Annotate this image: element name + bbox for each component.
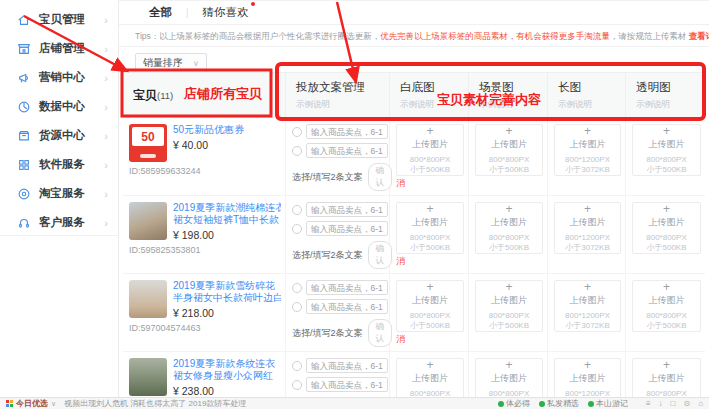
sidebar-item-data-center[interactable]: 数据中心 ›	[0, 92, 118, 121]
upload-box[interactable]: + 上传图片 800*800PX 小于500KB	[475, 124, 543, 176]
taskbar-quick-item[interactable]: 体必得	[498, 398, 530, 409]
selling-point-input[interactable]	[306, 143, 388, 158]
copywriting-cell: 选择/填写2条文案 确认 取消	[286, 196, 390, 273]
copy-hint: 选择/填写2条文案	[292, 327, 363, 340]
selling-point-input[interactable]	[306, 280, 388, 295]
main-content: 全部 | 猜你喜欢 Tips：以上场景标签的商品会根据用户个性化需求进行圈选更新…	[118, 0, 709, 397]
view-details-link[interactable]: 查看详情>	[689, 31, 709, 41]
selling-point-input[interactable]	[306, 202, 388, 217]
taskbar-grid-icon[interactable]	[6, 400, 13, 407]
checkbox[interactable]	[292, 361, 302, 371]
sidebar-item-customer-service[interactable]: 客户服务 ›	[0, 208, 118, 237]
sidebar-item-taobao-service[interactable]: 淘宝服务 ›	[0, 179, 118, 208]
product-title-link[interactable]: 50元新品优惠券	[173, 124, 244, 136]
checkbox[interactable]	[292, 283, 302, 293]
header-copywriting: 投放文案管理 示例说明	[286, 73, 390, 117]
example-link[interactable]: 示例说明	[479, 99, 547, 111]
sort-select[interactable]: 销量排序 ∨	[135, 53, 207, 73]
taskbar-menu[interactable]: 今日优选	[16, 398, 48, 409]
checkbox[interactable]	[292, 146, 302, 156]
tab-all[interactable]: 全部	[149, 5, 172, 20]
clock-icon[interactable]: ⊙	[683, 399, 690, 408]
window-icon[interactable]: □	[671, 399, 676, 408]
product-title-link[interactable]: 2019夏季新款条纹连衣裙女修身显瘦小众网红	[173, 358, 275, 382]
selling-point-input[interactable]	[306, 358, 388, 373]
upload-box[interactable]: + 上传图片 800*800PX 小于500KB	[475, 202, 543, 254]
tab-divider: |	[186, 7, 189, 18]
upload-box[interactable]: + 上传图片 800*800PX 小于500KB	[396, 124, 464, 176]
checkbox[interactable]	[292, 224, 302, 234]
selling-point-input[interactable]	[306, 299, 388, 314]
sidebar-item-software-service[interactable]: 软件服务 ›	[0, 150, 118, 179]
product-price: ¥ 40.00	[173, 139, 244, 151]
long-upload-cell: + 上传图片 800*1200PX 小于3072KB	[548, 196, 626, 273]
selling-point-input[interactable]	[306, 377, 388, 392]
checkbox[interactable]	[292, 127, 302, 137]
table-header: 宝贝(11) 投放文案管理 示例说明 白底图 示例说明 场景图 示例说明 长图 …	[123, 72, 705, 118]
checkbox[interactable]	[292, 302, 302, 312]
header-scene-image: 场景图 示例说明	[469, 73, 548, 117]
sidebar-item-marketing-center[interactable]: 营销中心 ›	[0, 63, 118, 92]
table-row: 2019夏季新款雪纺碎花半身裙女中长款荷叶边白 ¥ 218.00 ID:5970…	[123, 274, 705, 352]
menu-icon[interactable]: ≡	[646, 399, 651, 408]
upload-box[interactable]: + 上传图片 800*800PX 小于500KB	[396, 280, 464, 332]
sidebar-item-supply-center[interactable]: 货源中心 ›	[0, 121, 118, 150]
tips-highlight: 优先完善以上场景标签的商品素材，有机会获得更多手淘流量	[380, 31, 610, 41]
upload-box[interactable]: + 上传图片 800*1200PX 小于3072KB	[554, 124, 621, 176]
scene-upload-cell: + 上传图片 800*800PX 小于500KB	[469, 196, 548, 273]
home-icon[interactable]: ⌂	[698, 399, 703, 408]
checkbox[interactable]	[292, 380, 302, 390]
product-cell: 50 50元新品优惠券 ¥ 40.00 ID:585959633244	[123, 118, 286, 195]
chevron-right-icon: ›	[104, 72, 108, 84]
confirm-button[interactable]: 确认	[368, 241, 393, 269]
upload-box[interactable]: + 上传图片 800*800PX 小于500KB	[632, 124, 701, 176]
notification-dot	[251, 2, 255, 6]
product-thumbnail[interactable]	[129, 358, 167, 396]
header-transparent-image: 透明图 示例说明	[626, 73, 705, 117]
megaphone-icon	[17, 71, 31, 85]
upload-box[interactable]: + 上传图片 800*800PX 小于500KB	[475, 280, 543, 332]
plus-icon: +	[584, 126, 591, 137]
upload-box[interactable]: + 上传图片 800*800PX 小于500KB	[632, 280, 701, 332]
sidebar: 宝贝管理 › 店铺管理 › 营销中心 › 数据中心 › 货源中心 ›	[0, 0, 118, 236]
tab-guess-you-like[interactable]: 猜你喜欢	[203, 5, 249, 20]
example-link[interactable]: 示例说明	[296, 99, 389, 111]
taskbar-quick-item[interactable]: 私发精选	[539, 398, 579, 409]
upload-box[interactable]: + 上传图片 800*1200PX 小于3072KB	[554, 280, 621, 332]
taskbar-quick-item[interactable]: 本山游记	[588, 398, 628, 409]
plus-icon: +	[505, 126, 512, 137]
product-price: ¥ 198.00	[173, 229, 281, 241]
selling-point-input[interactable]	[306, 221, 388, 236]
product-thumbnail[interactable]: 50	[129, 124, 167, 162]
product-thumbnail[interactable]	[129, 280, 167, 318]
example-link[interactable]: 示例说明	[636, 99, 705, 111]
download-icon[interactable]: ↓	[659, 399, 663, 408]
chevron-right-icon: ›	[104, 14, 108, 26]
checkbox[interactable]	[292, 205, 302, 215]
example-link[interactable]: 示例说明	[400, 99, 468, 111]
upload-box[interactable]: + 上传图片 800*800PX 小于500KB	[396, 202, 464, 254]
chevron-right-icon: ›	[104, 159, 108, 171]
plus-icon: +	[663, 204, 670, 215]
header-white-bg-image: 白底图 示例说明	[390, 73, 469, 117]
news-ticker[interactable]: 视频出现刘人危机 消耗也得太高了 2019款轿车处理	[64, 398, 481, 409]
product-thumbnail[interactable]	[129, 202, 167, 240]
product-title-link[interactable]: 2019夏季新款潮纯棉连衣裙女短袖短裤T恤中长款	[173, 202, 281, 226]
tab-bar: 全部 | 猜你喜欢	[119, 0, 709, 25]
selling-point-input[interactable]	[306, 124, 388, 139]
supply-icon	[17, 129, 31, 143]
chevron-right-icon: ›	[104, 188, 108, 200]
upload-box[interactable]: + 上传图片 800*1200PX 小于3072KB	[554, 202, 621, 254]
confirm-button[interactable]: 确认	[368, 319, 393, 347]
example-link[interactable]: 示例说明	[558, 99, 625, 111]
confirm-button[interactable]: 确认	[368, 163, 393, 191]
upload-box[interactable]: + 上传图片 800*800PX 小于500KB	[632, 202, 701, 254]
product-cell: 2019夏季新款雪纺碎花半身裙女中长款荷叶边白 ¥ 218.00 ID:5970…	[123, 274, 286, 351]
headset-icon	[17, 216, 31, 230]
sidebar-item-shop-manage[interactable]: 店铺管理 ›	[0, 34, 118, 63]
transparent-upload-cell: + 上传图片 800*800PX 小于500KB	[626, 274, 705, 351]
sidebar-item-item-manage[interactable]: 宝贝管理 ›	[0, 5, 118, 34]
green-dot-icon	[588, 401, 594, 407]
plus-icon: +	[584, 282, 591, 293]
product-title-link[interactable]: 2019夏季新款雪纺碎花半身裙女中长款荷叶边白	[173, 280, 281, 304]
